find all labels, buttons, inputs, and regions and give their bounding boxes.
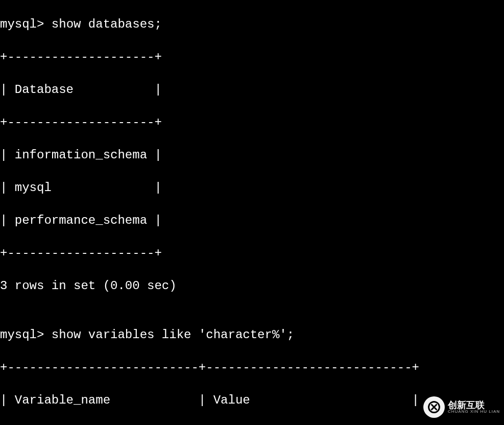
command-text: show variables like 'character%'; (52, 328, 294, 342)
watermark-logo-icon (423, 396, 445, 418)
command-text: show databases; (52, 17, 162, 31)
table-border: +--------------------+ (0, 245, 504, 262)
result-summary: 3 rows in set (0.00 sec) (0, 278, 504, 294)
watermark-label-cn: 创新互联 (448, 400, 500, 410)
table-border: +--------------------------+------------… (0, 360, 504, 376)
table-border: +--------------------+ (0, 49, 504, 65)
command-line-2[interactable]: mysql> show variables like 'character%'; (0, 327, 504, 343)
watermark: 创新互联 CHUANG XIN HU LIAN (423, 396, 500, 418)
mysql-prompt: mysql> (0, 328, 52, 342)
terminal-output: mysql> show databases; +----------------… (0, 0, 504, 425)
table-header: | Database | (0, 82, 504, 98)
mysql-prompt: mysql> (0, 17, 52, 31)
command-line-1[interactable]: mysql> show databases; (0, 16, 504, 33)
table-row: | mysql | (0, 180, 504, 196)
watermark-label-en: CHUANG XIN HU LIAN (448, 410, 500, 414)
table-row: | performance_schema | (0, 212, 504, 229)
table-row: | information_schema | (0, 147, 504, 163)
watermark-text: 创新互联 CHUANG XIN HU LIAN (448, 400, 500, 414)
table-border: +--------------------+ (0, 114, 504, 131)
